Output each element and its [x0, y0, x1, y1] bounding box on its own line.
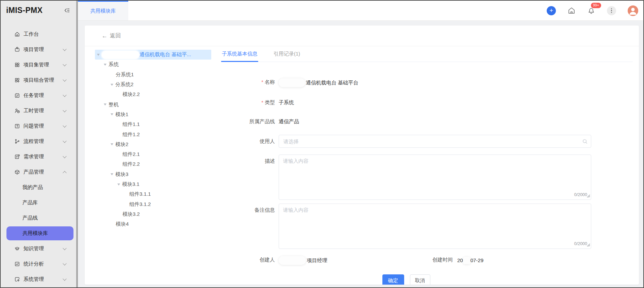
chevron-down-icon — [63, 108, 66, 112]
sidebar-item-portfolio-mgmt[interactable]: 项目组合管理 — [1, 73, 76, 88]
sidebar-item-process-mgmt[interactable]: 流程管理 — [1, 134, 76, 149]
sidebar-item-issue-mgmt[interactable]: 问题管理 — [1, 118, 76, 134]
home-icon — [14, 31, 20, 37]
sidebar-item-label: 项目管理 — [23, 46, 44, 53]
user-avatar[interactable] — [628, 5, 638, 16]
tree-node-subsystem-1[interactable]: 分系统1 — [95, 70, 211, 80]
caret-down-icon[interactable] — [104, 103, 106, 106]
sidebar-subitem-my-products[interactable]: 我的产品 — [1, 180, 76, 195]
tree-node-label: 模块3.2 — [122, 211, 140, 218]
type-value: 子系统 — [279, 99, 294, 106]
chevron-down-icon — [63, 62, 66, 66]
search-icon — [582, 139, 588, 146]
main-area: 共用模块库 99+ — [78, 1, 643, 287]
tree-node-module-1[interactable]: 模块1 — [95, 110, 211, 119]
tree-node-label: 组件3.1.1 — [129, 191, 151, 197]
page-tab-label: 共用模块库 — [90, 8, 116, 14]
chevron-down-icon — [63, 124, 66, 127]
tree-node-label: 模块2.2 — [122, 91, 140, 98]
caret-down-icon[interactable] — [117, 183, 120, 186]
tree-node-label: 模块3 — [115, 171, 128, 178]
tree-node-module-3[interactable]: 模块3 — [95, 170, 211, 179]
sidebar-subitem-shared-module-library[interactable]: 共用模块库 — [6, 226, 73, 240]
sidebar-item-hours-mgmt[interactable]: 工时管理 — [1, 103, 76, 118]
tree-node-component-3-1-1[interactable]: 组件3.1.1 — [95, 189, 211, 199]
issue-icon — [14, 123, 20, 129]
resize-handle-icon[interactable] — [587, 242, 590, 248]
tree-node-component-2-2[interactable]: 组件2.2 — [95, 159, 211, 169]
tree-node-whole-machine[interactable]: 整机 — [95, 99, 211, 109]
content-area: ← 返回 通信机载电台 基础平...系统分系统1分系统2模块2.2整机模块1组件… — [78, 21, 643, 287]
description-textarea[interactable] — [279, 155, 591, 200]
field-type: *类型 子系统 — [221, 99, 591, 106]
caret-down-icon[interactable] — [111, 173, 113, 175]
topbar-actions: 99+ — [547, 1, 643, 20]
form-panel: 子系统基本信息 引用记录(1) *名称 通信机载电台 基础平台 — [211, 50, 639, 285]
chevron-down-icon — [63, 277, 66, 281]
program-icon — [14, 62, 20, 68]
cancel-button[interactable]: 取消 — [410, 274, 430, 285]
sidebar-item-requirement-mgmt[interactable]: 需求管理 — [1, 149, 76, 164]
tree-node-label: 组件2.2 — [122, 161, 140, 167]
tab-basic-info[interactable]: 子系统基本信息 — [221, 51, 258, 62]
tree-node-component-1-1[interactable]: 组件1.1 — [95, 119, 211, 129]
tree-node-module-2[interactable]: 模块2 — [95, 140, 211, 149]
owner-select[interactable] — [279, 135, 591, 148]
sidebar-subitem-label: 我的产品 — [22, 184, 43, 191]
sidebar-item-product-mgmt[interactable]: 产品管理 — [1, 164, 76, 180]
notifications-bell-icon[interactable]: 99+ — [587, 6, 595, 15]
confirm-button[interactable]: 确定 — [382, 274, 404, 285]
chevron-down-icon — [63, 246, 66, 250]
owner-input[interactable] — [279, 135, 591, 147]
tree-node-label: 组件3.1.2 — [129, 201, 151, 208]
sidebar-item-workbench[interactable]: 工作台 — [1, 27, 76, 42]
tree-node-component-1-2[interactable]: 组件1.2 — [95, 129, 211, 139]
owner-label: 使用人 — [221, 135, 279, 148]
sidebar-item-stats-analysis[interactable]: 统计分析 — [1, 256, 76, 272]
tree-node-label: 通信机载电台 基础平... — [139, 51, 191, 58]
tree-node-module-2-2[interactable]: 模块2.2 — [95, 90, 211, 99]
caret-down-icon[interactable] — [111, 143, 113, 145]
sidebar-item-label: 统计分析 — [23, 261, 44, 267]
sidebar-subitem-product-line[interactable]: 产品线 — [1, 210, 76, 226]
caret-down-icon[interactable] — [104, 64, 106, 66]
more-options-icon[interactable] — [607, 6, 616, 15]
remark-textarea[interactable] — [279, 204, 591, 249]
sidebar-item-system-mgmt[interactable]: 系统管理 — [1, 272, 76, 287]
tree-node-subsystem-2[interactable]: 分系统2 — [95, 80, 211, 90]
sidebar-item-knowledge-mgmt[interactable]: 知识管理 — [1, 241, 76, 256]
add-button[interactable] — [547, 6, 556, 15]
tab-shared-module-library[interactable]: 共用模块库 — [78, 1, 128, 20]
home-icon[interactable] — [567, 6, 576, 15]
sidebar-item-program-mgmt[interactable]: 项目集管理 — [1, 57, 76, 73]
tree-node-component-3-1-2[interactable]: 组件3.1.2 — [95, 199, 211, 209]
tree-node-module-4[interactable]: 模块4 — [95, 219, 211, 229]
tree-node-component-2-1[interactable]: 组件2.1 — [95, 149, 211, 159]
sidebar-item-label: 知识管理 — [23, 245, 44, 252]
back-row: ← 返回 — [85, 26, 639, 46]
sidebar-subitem-label: 产品线 — [22, 215, 38, 221]
caret-down-icon[interactable] — [111, 84, 113, 86]
sidebar-subitem-product-library[interactable]: 产品库 — [1, 195, 76, 210]
back-button[interactable]: ← 返回 — [102, 32, 121, 39]
tab-reference-records[interactable]: 引用记录(1) — [273, 51, 301, 62]
notification-badge: 99+ — [591, 3, 601, 8]
sidebar-collapse-icon[interactable] — [64, 7, 70, 14]
tree-node-root[interactable]: 通信机载电台 基础平... — [95, 50, 211, 60]
required-mark: * — [261, 79, 263, 85]
sidebar-item-task-mgmt[interactable]: 任务管理 — [1, 88, 76, 103]
caret-down-icon[interactable] — [111, 113, 113, 115]
name-value: 通信机载电台 基础平台 — [306, 79, 358, 86]
detail-card: ← 返回 通信机载电台 基础平...系统分系统1分系统2模块2.2整机模块1组件… — [85, 26, 639, 285]
sidebar-header: iMIS-PMX — [1, 1, 76, 20]
tree-node-module-3-1[interactable]: 模块3.1 — [95, 179, 211, 189]
tree-node-label: 模块3.1 — [122, 181, 139, 188]
task-icon — [14, 93, 20, 99]
tree-node-system[interactable]: 系统 — [95, 60, 211, 69]
sidebar-item-project-mgmt[interactable]: 项目管理 — [1, 42, 76, 57]
remark-label: 备注信息 — [221, 204, 279, 214]
caret-down-icon[interactable] — [97, 54, 100, 56]
tree-node-module-3-2[interactable]: 模块3.2 — [95, 209, 211, 219]
app-window: iMIS-PMX 工作台项目管理项目集管理项目组合管理任务管理工时管理问题管理流… — [0, 0, 644, 288]
resize-handle-icon[interactable] — [587, 193, 590, 199]
